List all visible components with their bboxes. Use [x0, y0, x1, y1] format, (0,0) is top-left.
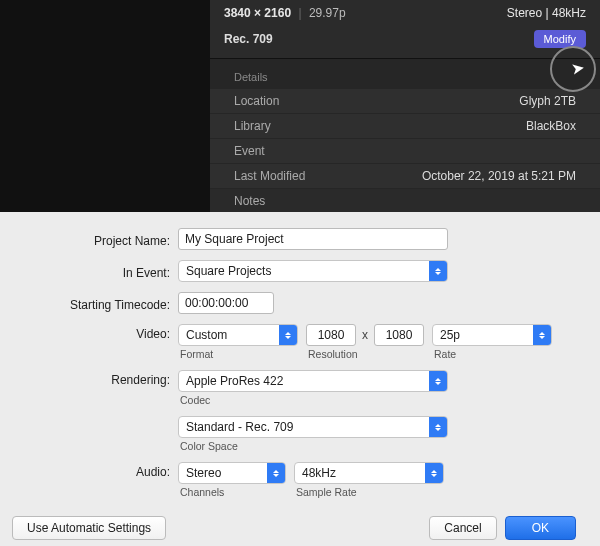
inspector-empty-left: [0, 0, 210, 212]
label-video: Video:: [6, 324, 178, 341]
starting-timecode-input[interactable]: [178, 292, 274, 314]
sublabel-color-space: Color Space: [178, 440, 448, 452]
resolution-text: 3840 × 2160: [224, 6, 291, 20]
use-automatic-settings-button[interactable]: Use Automatic Settings: [12, 516, 166, 540]
settings-form: Project Name: In Event: Square Projects …: [6, 228, 582, 508]
ok-button[interactable]: OK: [505, 516, 576, 540]
updown-arrows-icon: [533, 325, 551, 345]
row-rendering: Rendering: Apple ProRes 422 Codec Standa…: [6, 370, 582, 452]
label-starting-tc: Starting Timecode:: [6, 295, 178, 312]
sublabel-channels: Channels: [178, 486, 286, 498]
updown-arrows-icon: [425, 463, 443, 483]
inspector-panel: 3840 × 2160 | 29.97p Stereo | 48kHz Rec.…: [0, 0, 600, 212]
fps-text: 29.97p: [309, 6, 346, 20]
details-section: Details Location Glyph 2TB Library Black…: [210, 59, 600, 220]
detail-label: Event: [234, 144, 265, 158]
select-value: 48kHz: [302, 466, 344, 480]
updown-arrows-icon: [429, 417, 447, 437]
detail-label: Notes: [234, 194, 265, 208]
video-format-select[interactable]: Custom: [178, 324, 298, 346]
project-name-input[interactable]: [178, 228, 448, 250]
details-header: Details: [210, 65, 600, 89]
info-resolution: 3840 × 2160 | 29.97p: [224, 6, 346, 20]
detail-row-notes: Notes: [210, 189, 600, 214]
cancel-button[interactable]: Cancel: [429, 516, 496, 540]
select-value: Apple ProRes 422: [186, 374, 291, 388]
info-bar-line1: 3840 × 2160 | 29.97p Stereo | 48kHz: [210, 0, 600, 26]
detail-row-last-modified: Last Modified October 22, 2019 at 5:21 P…: [210, 164, 600, 189]
row-in-event: In Event: Square Projects: [6, 260, 582, 282]
audio-summary: Stereo | 48kHz: [507, 6, 586, 20]
detail-label: Location: [234, 94, 279, 108]
row-audio: Audio: Stereo Channels 48kHz Sample Rate: [6, 462, 582, 498]
colorspace-text: Rec. 709: [224, 32, 273, 46]
detail-row-library: Library BlackBox: [210, 114, 600, 139]
video-rate-select[interactable]: 25p: [432, 324, 552, 346]
detail-label: Last Modified: [234, 169, 305, 183]
updown-arrows-icon: [429, 261, 447, 281]
label-audio: Audio:: [6, 462, 178, 479]
detail-row-event: Event: [210, 139, 600, 164]
info-separator: |: [298, 6, 301, 20]
updown-arrows-icon: [267, 463, 285, 483]
sublabel-sample-rate: Sample Rate: [294, 486, 444, 498]
detail-row-location: Location Glyph 2TB: [210, 89, 600, 114]
audio-sample-rate-select[interactable]: 48kHz: [294, 462, 444, 484]
updown-arrows-icon: [429, 371, 447, 391]
detail-value: BlackBox: [526, 119, 576, 133]
select-value: Square Projects: [186, 264, 279, 278]
video-width-input[interactable]: [306, 324, 356, 346]
in-event-select[interactable]: Square Projects: [178, 260, 448, 282]
select-value: Stereo: [186, 466, 229, 480]
dimension-x: x: [360, 328, 370, 342]
label-project-name: Project Name:: [6, 231, 178, 248]
sublabel-format: Format: [178, 348, 298, 360]
audio-channels-select[interactable]: Stereo: [178, 462, 286, 484]
color-space-select[interactable]: Standard - Rec. 709: [178, 416, 448, 438]
detail-label: Library: [234, 119, 271, 133]
detail-value: October 22, 2019 at 5:21 PM: [422, 169, 576, 183]
select-value: Custom: [186, 328, 235, 342]
inspector-right: 3840 × 2160 | 29.97p Stereo | 48kHz Rec.…: [210, 0, 600, 212]
row-video: Video: Custom Format x Resolution: [6, 324, 582, 360]
label-rendering: Rendering:: [6, 370, 178, 387]
updown-arrows-icon: [279, 325, 297, 345]
sublabel-rate: Rate: [432, 348, 552, 360]
select-value: 25p: [440, 328, 468, 342]
label-in-event: In Event:: [6, 263, 178, 280]
sublabel-resolution: Resolution: [306, 348, 424, 360]
video-height-input[interactable]: [374, 324, 424, 346]
render-codec-select[interactable]: Apple ProRes 422: [178, 370, 448, 392]
detail-value: Glyph 2TB: [519, 94, 576, 108]
info-bar-line2: Rec. 709 Modify ➤: [210, 26, 600, 59]
modify-button[interactable]: Modify: [534, 30, 586, 48]
row-project-name: Project Name:: [6, 228, 582, 250]
dialog-button-bar: Use Automatic Settings Cancel OK: [6, 508, 582, 546]
row-starting-timecode: Starting Timecode:: [6, 292, 582, 314]
project-settings-dialog: Project Name: In Event: Square Projects …: [0, 212, 600, 546]
select-value: Standard - Rec. 709: [186, 420, 301, 434]
sublabel-codec: Codec: [178, 394, 448, 406]
